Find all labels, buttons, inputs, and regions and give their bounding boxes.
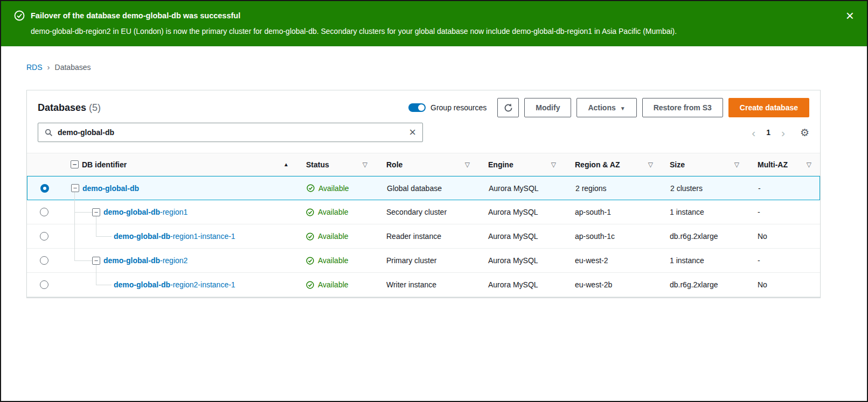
cell-multi-az: No	[748, 232, 820, 241]
cell-size: 2 clusters	[662, 184, 748, 193]
filter-row: × ‹ 1 › ⚙	[27, 117, 820, 153]
cell-size: db.r6g.2xlarge	[662, 232, 748, 241]
panel-header: Databases(5) Group resources Modify	[27, 90, 820, 117]
filter-icon[interactable]: ▽	[648, 161, 653, 168]
actions-button[interactable]: Actions ▼	[577, 98, 636, 117]
group-resources-toggle[interactable]: Group resources	[408, 103, 487, 112]
row-radio[interactable]	[40, 256, 48, 265]
cell-region-az: 2 regions	[565, 184, 662, 193]
toggle-knob	[418, 104, 425, 111]
db-identifier-link[interactable]: demo-global-db	[82, 184, 139, 193]
cell-status: Available	[295, 232, 376, 241]
collapse-row-icon[interactable]: −	[71, 184, 79, 192]
databases-panel: Databases(5) Group resources Modify	[26, 90, 821, 298]
row-selection-cell	[27, 256, 61, 265]
db-identifier-link[interactable]: demo-global-db-region1	[103, 208, 188, 216]
modify-button[interactable]: Modify	[524, 98, 571, 117]
table-header: − DB identifier ▲ Status ▽ Role ▽ Engine…	[27, 153, 820, 176]
previous-page-icon[interactable]: ‹	[748, 127, 759, 138]
column-label: Size	[670, 160, 685, 169]
table-row[interactable]: demo-global-db-region2-instance-1 Availa…	[27, 273, 820, 297]
column-header-role[interactable]: Role ▽	[376, 160, 478, 169]
column-header-db-identifier[interactable]: − DB identifier ▲	[61, 160, 295, 169]
status-available-icon	[306, 257, 314, 265]
row-radio[interactable]	[40, 184, 49, 193]
settings-gear-icon[interactable]: ⚙	[800, 126, 809, 139]
cell-status: Available	[296, 184, 377, 193]
breadcrumb-current: Databases	[55, 63, 91, 72]
breadcrumb: RDS › Databases	[26, 62, 867, 72]
banner-close-icon[interactable]: ×	[846, 9, 854, 23]
cell-db-identifier: − demo-global-db-region1	[61, 208, 295, 216]
cell-engine: Aurora MySQL	[478, 256, 565, 265]
clear-search-icon[interactable]: ×	[409, 126, 416, 138]
status-available-icon	[306, 208, 314, 216]
status-text: Available	[318, 256, 349, 265]
refresh-button[interactable]	[497, 98, 519, 117]
table-row[interactable]: demo-global-db-region1-instance-1 Availa…	[27, 224, 820, 249]
column-header-region-az[interactable]: Region & AZ ▽	[565, 160, 662, 169]
success-banner: Failover of the database demo-global-db …	[1, 1, 867, 46]
cell-db-identifier: − demo-global-db	[61, 184, 296, 193]
cell-role: Secondary cluster	[376, 208, 478, 216]
cell-region-az: ap-south-1	[565, 208, 662, 216]
cell-engine: Aurora MySQL	[478, 208, 565, 216]
column-header-engine[interactable]: Engine ▽	[478, 160, 565, 169]
cell-role: Primary cluster	[376, 256, 478, 265]
cell-multi-az: -	[748, 256, 820, 265]
column-label: Region & AZ	[575, 160, 620, 169]
next-page-icon[interactable]: ›	[778, 127, 788, 138]
filter-icon[interactable]: ▽	[807, 161, 811, 168]
banner-message: demo-global-db-region2 in EU (London) is…	[14, 27, 835, 36]
column-label: Engine	[488, 160, 513, 169]
status-text: Available	[318, 232, 349, 241]
cell-role: Reader instance	[376, 232, 478, 241]
status-text: Available	[318, 184, 349, 193]
breadcrumb-separator-icon: ›	[47, 62, 50, 72]
column-header-status[interactable]: Status ▽	[295, 160, 376, 169]
breadcrumb-link-rds[interactable]: RDS	[26, 63, 43, 72]
page-title: Databases(5)	[38, 102, 101, 114]
cell-db-identifier: − demo-global-db-region2	[61, 256, 295, 265]
status-available-icon	[306, 281, 314, 289]
toggle-switch[interactable]	[408, 103, 426, 112]
column-header-multi-az[interactable]: Multi-AZ ▽	[748, 160, 820, 169]
current-page-button[interactable]: 1	[759, 128, 778, 137]
search-input[interactable]	[58, 128, 404, 137]
row-radio[interactable]	[40, 232, 48, 241]
cell-db-identifier: demo-global-db-region2-instance-1	[61, 280, 295, 289]
search-icon	[45, 129, 53, 137]
filter-icon[interactable]: ▽	[734, 161, 739, 168]
column-header-size[interactable]: Size ▽	[662, 160, 748, 169]
create-database-button[interactable]: Create database	[728, 98, 809, 117]
filter-icon[interactable]: ▽	[363, 161, 367, 168]
group-resources-label: Group resources	[430, 103, 487, 112]
pagination: ‹ 1 › ⚙	[748, 126, 809, 139]
banner-title: Failover of the database demo-global-db …	[31, 11, 240, 20]
column-label: Multi-AZ	[758, 160, 788, 169]
actions-label: Actions	[588, 103, 615, 112]
cell-size: 1 instance	[662, 208, 748, 216]
collapse-row-icon[interactable]: −	[92, 257, 100, 265]
db-identifier-link[interactable]: demo-global-db-region2	[103, 256, 188, 265]
db-identifier-link[interactable]: demo-global-db-region2-instance-1	[114, 280, 235, 289]
table-row[interactable]: − demo-global-db-region2 Available Prima…	[27, 249, 820, 273]
cell-region-az: eu-west-2	[565, 256, 662, 265]
filter-icon[interactable]: ▽	[465, 161, 470, 168]
cell-size: db.r6g.2xlarge	[662, 280, 748, 289]
filter-icon[interactable]: ▽	[551, 161, 556, 168]
collapse-row-icon[interactable]: −	[92, 208, 100, 216]
table-row[interactable]: − demo-global-db-region1 Available Secon…	[27, 200, 820, 224]
row-radio[interactable]	[40, 280, 48, 289]
row-selection-cell	[27, 184, 61, 193]
column-label: Role	[386, 160, 402, 169]
status-text: Available	[318, 208, 349, 216]
cell-engine: Aurora MySQL	[478, 280, 565, 289]
collapse-all-icon[interactable]: −	[71, 160, 79, 168]
status-available-icon	[307, 184, 315, 192]
cell-size: 1 instance	[662, 256, 748, 265]
table-row[interactable]: − demo-global-db Available Global databa…	[27, 176, 820, 200]
row-radio[interactable]	[40, 208, 48, 216]
db-identifier-link[interactable]: demo-global-db-region1-instance-1	[114, 232, 235, 241]
restore-from-s3-button[interactable]: Restore from S3	[642, 98, 723, 117]
